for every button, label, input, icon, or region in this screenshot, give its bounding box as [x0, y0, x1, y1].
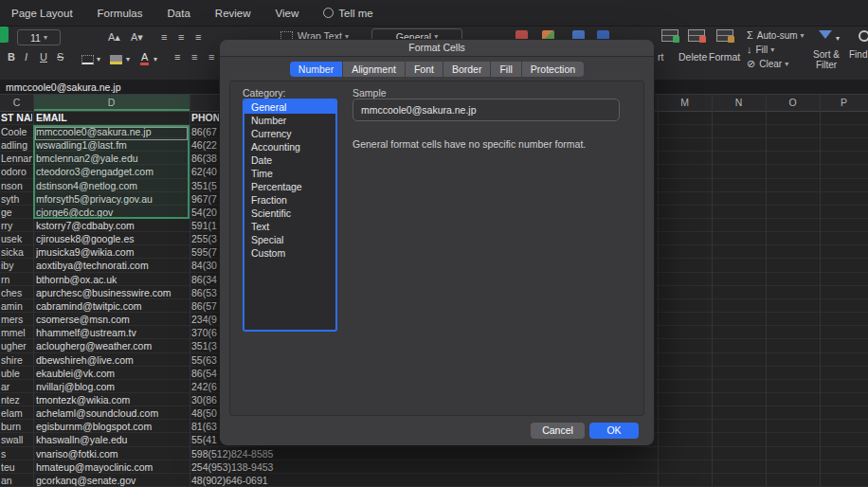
cell-last-name[interactable]: teu	[1, 460, 32, 473]
column-header-N[interactable]: N	[712, 95, 766, 111]
ribbon-tab-formulas[interactable]: Formulas	[98, 8, 143, 19]
cell-last-name[interactable]: iby	[1, 259, 32, 271]
cell-last-name[interactable]: shire	[1, 353, 32, 366]
cell-last-name[interactable]: odoro	[1, 165, 32, 177]
category-item-general[interactable]: General	[244, 100, 335, 114]
category-item-text[interactable]: Text	[244, 220, 335, 233]
category-item-custom[interactable]: Custom	[244, 246, 335, 260]
category-item-date[interactable]: Date	[244, 153, 335, 167]
cell-last-name[interactable]: amin	[1, 299, 32, 312]
cell-email[interactable]: dbewshireh@live.com	[36, 353, 188, 366]
table-row[interactable]: svnariso@fotki.com598(512)824-8585	[0, 447, 868, 460]
cell-email[interactable]: cabramind@twitpic.com	[36, 299, 188, 312]
align-left-icon[interactable]: ≡	[174, 51, 180, 63]
cell-last-name[interactable]: ugher	[1, 339, 32, 352]
sort-filter-icon[interactable]	[819, 30, 832, 39]
autosum-button[interactable]: Σ Auto-sum ▾	[747, 29, 805, 41]
table-row[interactable]: angcorkanq@senate.gov48(902)646-0691	[0, 474, 868, 487]
cell-email[interactable]: nvillarj@blog.com	[36, 380, 188, 392]
dialog-tab-number[interactable]: Number	[290, 62, 342, 77]
cell-last-name[interactable]: Lennan	[1, 152, 32, 164]
cell-phone[interactable]: 598(512)824-8585	[191, 447, 315, 460]
ribbon-tab-tell-me[interactable]: Tell me	[323, 8, 372, 19]
cell-email[interactable]: bthornb@ox.ac.uk	[36, 273, 188, 285]
cell-email[interactable]: cteodoro3@engadget.com	[36, 165, 188, 177]
fill-button[interactable]: ↓ Fill ▾	[747, 44, 774, 55]
cell-email[interactable]: khaswalln@yale.edu	[36, 433, 188, 445]
cell-email[interactable]: cjorge6@cdc.gov	[36, 206, 188, 218]
cell-last-name[interactable]: s	[1, 447, 32, 460]
cell-email[interactable]: cjirousek8@google.es	[36, 232, 188, 244]
insert-button[interactable]: rt	[658, 51, 663, 63]
cell-last-name[interactable]: an	[1, 474, 32, 486]
ribbon-tab-review[interactable]: Review	[215, 8, 251, 19]
clear-button[interactable]: ⊘ Clear ▾	[747, 58, 788, 70]
cell-email[interactable]: wswadling1@last.fm	[36, 138, 188, 151]
header-cell-last-name[interactable]: ST NAME	[1, 111, 32, 124]
ribbon-tab-page-layout[interactable]: Page Layout	[11, 8, 73, 19]
delete-button[interactable]: Delete	[678, 51, 707, 63]
category-item-fraction[interactable]: Fraction	[244, 193, 335, 207]
borders-icon[interactable]	[81, 55, 94, 64]
align-center-icon[interactable]: ≡	[191, 51, 197, 63]
category-item-time[interactable]: Time	[244, 167, 335, 180]
font-size-select[interactable]: 11 ▾	[17, 29, 61, 45]
header-cell-email[interactable]: EMAIL	[36, 111, 188, 124]
italic-icon[interactable]: I	[25, 51, 27, 63]
align-middle-icon[interactable]: ≡	[178, 31, 184, 43]
strikethrough-icon[interactable]: S	[57, 51, 63, 63]
cell-email[interactable]: gcorkanq@senate.gov	[36, 474, 188, 486]
cell-email[interactable]: achelaml@soundcloud.com	[36, 406, 188, 419]
bold-icon[interactable]: B	[8, 51, 15, 63]
category-item-currency[interactable]: Currency	[244, 127, 335, 140]
cell-phone[interactable]: 254(953)138-9453	[191, 460, 315, 473]
column-header-D[interactable]: D	[33, 95, 190, 111]
cell-email[interactable]: aoxtibya@technorati.com	[36, 259, 188, 271]
cell-last-name[interactable]: elam	[1, 406, 32, 419]
cell-last-name[interactable]: ches	[1, 286, 32, 298]
cell-email[interactable]: apurchesc@businesswire.com	[36, 286, 188, 298]
fill-color-icon[interactable]	[110, 55, 122, 64]
cell-last-name[interactable]: rry	[1, 219, 32, 231]
underline-icon[interactable]: U	[40, 51, 47, 63]
ribbon-tab-data[interactable]: Data	[168, 8, 190, 19]
cell-last-name[interactable]: ar	[1, 380, 32, 392]
category-item-number[interactable]: Number	[244, 114, 335, 127]
insert-cells-icon[interactable]	[661, 29, 678, 42]
delete-cells-icon[interactable]	[688, 29, 705, 42]
cell-last-name[interactable]: usek	[1, 232, 32, 244]
cell-last-name[interactable]: ge	[1, 206, 32, 218]
find-icon[interactable]	[859, 30, 868, 42]
cell-email[interactable]: dstinson4@netlog.com	[36, 179, 188, 191]
format-button[interactable]: Format	[709, 51, 740, 63]
cell-last-name[interactable]: adling	[1, 138, 32, 151]
column-header-M[interactable]: M	[658, 95, 712, 111]
dialog-tab-font[interactable]: Font	[406, 62, 443, 77]
cell-last-name[interactable]: mmel	[1, 326, 32, 338]
cell-email[interactable]: hhammelf@ustream.tv	[36, 326, 188, 338]
table-row[interactable]: teuhmateup@mayoclinic.com254(953)138-945…	[0, 460, 868, 474]
cell-last-name[interactable]: nson	[1, 179, 32, 191]
find-button[interactable]: Find &	[849, 49, 868, 60]
cancel-button[interactable]: Cancel	[531, 423, 585, 439]
cell-email[interactable]: vnariso@fotki.com	[36, 447, 188, 460]
cell-email[interactable]: hmateup@mayoclinic.com	[36, 460, 188, 473]
column-header-P[interactable]: P	[820, 95, 868, 111]
cell-last-name[interactable]: sicka	[1, 245, 32, 258]
cell-email[interactable]: tmontezk@wikia.com	[36, 393, 188, 406]
column-header-O[interactable]: O	[766, 95, 820, 111]
shrink-font-icon[interactable]: A▾	[131, 31, 143, 43]
grow-font-icon[interactable]: A▴	[108, 31, 120, 43]
format-cells-icon[interactable]	[716, 29, 733, 42]
cell-last-name[interactable]: ntez	[1, 393, 32, 406]
cell-last-name[interactable]: burn	[1, 420, 32, 432]
dialog-tab-protection[interactable]: Protection	[522, 62, 584, 77]
cell-last-name[interactable]: syth	[1, 192, 32, 205]
align-right-icon[interactable]: ≡	[208, 51, 214, 63]
cell-last-name[interactable]: Coole	[1, 125, 32, 137]
cell-email[interactable]: bmclennan2@yale.edu	[36, 152, 188, 164]
cell-email[interactable]: csomerse@msn.com	[36, 313, 188, 325]
category-list[interactable]: GeneralNumberCurrencyAccountingDateTimeP…	[243, 99, 337, 332]
column-header-C[interactable]: C	[0, 95, 33, 111]
ribbon-tab-view[interactable]: View	[276, 8, 299, 19]
